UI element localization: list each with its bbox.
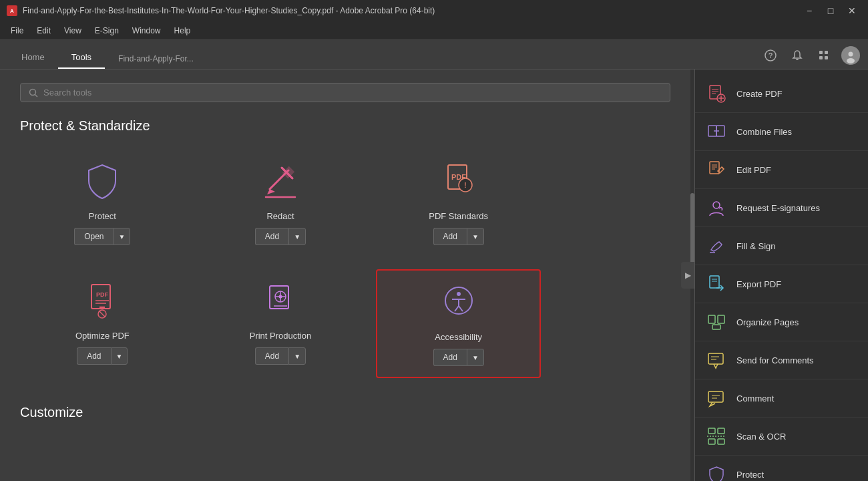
request-esign-icon	[706, 197, 727, 218]
protect-standardize-section: Protect & Standardize Protect Open ▼	[20, 118, 670, 378]
panel-item-send-comments[interactable]: Send for Comments	[695, 341, 868, 379]
pdf-standards-add-button[interactable]: Add	[433, 228, 467, 245]
send-comments-icon	[706, 349, 727, 371]
panel-label-request-esign: Request E-signatures	[736, 203, 820, 213]
panel-label-protect: Protect	[736, 470, 764, 480]
panel-item-fill-sign[interactable]: Fill & Sign	[695, 227, 868, 265]
menu-help[interactable]: Help	[169, 23, 196, 38]
tool-name-pdf-standards: PDF Standards	[429, 211, 488, 221]
print-production-add-button[interactable]: Add	[255, 347, 288, 365]
panel-label-export-pdf: Export PDF	[736, 279, 781, 289]
protect-open-button[interactable]: Open	[74, 228, 113, 245]
comment-icon	[706, 387, 727, 409]
panel-item-organize-pages[interactable]: Organize Pages	[695, 303, 868, 341]
notification-icon[interactable]	[788, 46, 807, 65]
tool-actions-accessibility: Add ▼	[433, 349, 484, 366]
accessibility-add-button[interactable]: Add	[433, 349, 467, 366]
svg-rect-63	[718, 315, 724, 323]
customize-title: Customize	[20, 405, 670, 420]
apps-icon[interactable]	[815, 46, 833, 65]
panel-item-scan-ocr[interactable]: Scan & OCR	[695, 418, 868, 456]
panel-label-edit-pdf: Edit PDF	[736, 165, 771, 175]
svg-line-12	[35, 94, 38, 97]
protect-icon	[81, 160, 124, 203]
panel-item-create-pdf[interactable]: Create PDF	[695, 75, 868, 113]
tool-card-optimize-pdf: PDF Optimize PDF Add ▼	[20, 269, 185, 378]
title-bar: A Find-and-Apply-For-the-Best-Institutes…	[0, 0, 868, 21]
panel-item-comment[interactable]: Comment	[695, 379, 868, 418]
window-title: Find-and-Apply-For-the-Best-Institutes-I…	[23, 6, 795, 15]
print-production-icon	[259, 280, 302, 323]
maximize-button[interactable]: □	[821, 4, 840, 17]
menu-view[interactable]: View	[59, 23, 87, 38]
svg-rect-73	[708, 439, 715, 444]
help-icon[interactable]: ?	[761, 46, 780, 65]
svg-rect-6	[819, 56, 823, 59]
svg-rect-17	[282, 166, 294, 178]
svg-rect-71	[708, 428, 715, 434]
minimize-button[interactable]: −	[800, 4, 819, 17]
tool-name-optimize-pdf: Optimize PDF	[75, 331, 130, 341]
optimize-pdf-dropdown-button[interactable]: ▼	[111, 347, 128, 365]
tool-card-accessibility: Accessibility Add ▼	[376, 269, 541, 378]
scrollbar[interactable]: ▶	[690, 69, 694, 481]
menu-file[interactable]: File	[5, 23, 29, 38]
pdf-standards-icon: PDF !	[437, 160, 480, 203]
print-production-dropdown-button[interactable]: ▼	[288, 347, 306, 365]
organize-pages-icon	[706, 311, 727, 333]
tool-card-pdf-standards: PDF ! PDF Standards Add ▼	[376, 150, 541, 256]
export-pdf-icon	[706, 273, 727, 295]
panel-item-protect[interactable]: Protect	[695, 456, 868, 481]
tab-bar-right: ?	[753, 46, 868, 69]
tool-actions-redact: Add ▼	[255, 228, 306, 245]
svg-rect-62	[708, 315, 715, 323]
content-area: Protect & Standardize Protect Open ▼	[0, 69, 690, 481]
panel-label-comment: Comment	[736, 393, 774, 404]
redact-add-button[interactable]: Add	[255, 228, 288, 245]
panel-item-combine-files[interactable]: Combine Files	[695, 113, 868, 151]
scroll-handle[interactable]	[690, 193, 694, 273]
svg-point-11	[30, 89, 36, 95]
panel-item-edit-pdf[interactable]: Edit PDF	[695, 151, 868, 189]
tab-home[interactable]: Home	[8, 47, 58, 69]
close-button[interactable]: ✕	[843, 4, 861, 17]
tab-tools[interactable]: Tools	[58, 47, 105, 69]
svg-rect-5	[825, 51, 828, 54]
tool-name-redact: Redact	[266, 211, 294, 221]
svg-text:!: !	[464, 182, 466, 189]
optimize-pdf-icon: PDF	[81, 280, 124, 323]
panel-label-send-comments: Send for Comments	[736, 355, 814, 365]
accessibility-icon	[437, 281, 480, 324]
tool-actions-protect: Open ▼	[74, 228, 130, 245]
tool-name-print-production: Print Production	[250, 331, 312, 341]
pdf-standards-dropdown-button[interactable]: ▼	[467, 228, 484, 245]
svg-text:A: A	[10, 8, 14, 14]
search-input[interactable]	[43, 88, 662, 98]
main-layout: Protect & Standardize Protect Open ▼	[0, 69, 868, 481]
section-title-protect: Protect & Standardize	[20, 118, 670, 134]
optimize-pdf-add-button[interactable]: Add	[77, 347, 110, 365]
search-bar[interactable]	[20, 83, 670, 102]
svg-line-28	[99, 311, 105, 317]
protect-dropdown-button[interactable]: ▼	[114, 228, 131, 245]
tab-file[interactable]: Find-and-Apply-For...	[105, 49, 207, 69]
panel-item-request-esign[interactable]: Request E-signatures	[695, 189, 868, 227]
panel-label-organize-pages: Organize Pages	[736, 317, 799, 327]
menu-window[interactable]: Window	[127, 23, 166, 38]
redact-dropdown-button[interactable]: ▼	[288, 228, 306, 245]
panel-item-export-pdf[interactable]: Export PDF	[695, 265, 868, 303]
collapse-panel-button[interactable]: ▶	[681, 262, 694, 289]
customize-section: Customize	[20, 405, 670, 420]
accessibility-dropdown-button[interactable]: ▼	[467, 349, 484, 366]
svg-rect-7	[825, 56, 828, 59]
protect-panel-icon	[706, 464, 727, 481]
tool-card-redact: Redact Add ▼	[198, 150, 363, 256]
svg-rect-68	[708, 391, 723, 402]
svg-point-33	[278, 295, 282, 299]
menu-esign[interactable]: E-Sign	[89, 23, 124, 38]
search-icon	[29, 88, 38, 98]
app-icon: A	[7, 5, 17, 16]
menu-edit[interactable]: Edit	[31, 23, 56, 38]
user-avatar[interactable]	[841, 46, 860, 65]
svg-point-10	[847, 58, 855, 63]
